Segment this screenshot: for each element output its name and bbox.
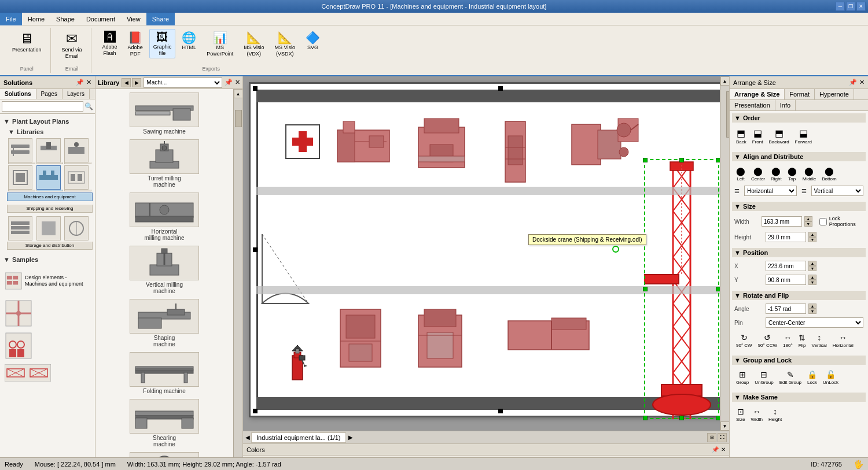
svg-button[interactable]: 🔷 SVG xyxy=(301,29,324,53)
minimize-button[interactable]: ─ xyxy=(836,2,845,11)
rotate-180-button[interactable]: ↔ 180° xyxy=(781,331,795,350)
flip-vertical-button[interactable]: ↕ Vertical xyxy=(810,331,829,350)
x-input[interactable] xyxy=(766,261,806,271)
sample-item-1[interactable]: Design elements - Machines and equipment xyxy=(5,267,90,295)
solutions-search-input[interactable] xyxy=(2,101,83,112)
send-email-button[interactable]: ✉ Send viaEmail xyxy=(58,29,86,61)
lib-nav-back[interactable]: ◀ xyxy=(122,78,131,87)
height-up[interactable]: ▲ xyxy=(808,232,816,237)
lib-folding-machine[interactable]: Folding machine xyxy=(99,352,230,394)
menu-share[interactable]: Share xyxy=(146,13,175,25)
menu-shape[interactable]: Shape xyxy=(50,13,80,25)
flip-button[interactable]: ⇅ Flip xyxy=(797,331,808,350)
front-button[interactable]: ⬓ Front xyxy=(751,126,765,146)
align-bottom-button[interactable]: ⬤ Bottom xyxy=(820,165,838,183)
ms-powerpoint-button[interactable]: 📊 MSPowerPoint xyxy=(203,29,237,59)
sample-item-3[interactable] xyxy=(5,332,90,360)
group-button[interactable]: ⊞ Group xyxy=(734,368,751,387)
menu-view[interactable]: View xyxy=(121,13,146,25)
first-aid-box[interactable] xyxy=(285,124,320,159)
lib-turret-milling[interactable]: Turret millingmachine xyxy=(99,139,230,188)
canvas-scroll-up[interactable]: ▲ xyxy=(720,76,730,86)
width-down[interactable]: ▼ xyxy=(804,221,812,227)
lib-nav-forward[interactable]: ▶ xyxy=(132,78,141,87)
arrange-tab-format[interactable]: Format xyxy=(785,89,815,99)
y-down[interactable]: ▼ xyxy=(808,280,816,285)
machine-top-1[interactable] xyxy=(334,119,392,168)
height-down[interactable]: ▼ xyxy=(808,237,816,242)
menu-home[interactable]: Home xyxy=(22,13,50,25)
machine-bot-1[interactable] xyxy=(334,304,387,373)
samples-section[interactable]: ▼ Samples xyxy=(2,254,93,265)
solutions-close-button[interactable]: ✕ xyxy=(86,79,91,86)
align-top-button[interactable]: ⬤ Top xyxy=(786,165,799,183)
make-same-size-button[interactable]: ⊡ Size xyxy=(734,405,747,424)
lib-item-4[interactable] xyxy=(8,165,32,190)
ms-visio-vdx-button[interactable]: 📐 MS Visio(VDX) xyxy=(240,29,268,59)
lib-scroll-up[interactable]: ▲ xyxy=(234,89,243,98)
search-icon[interactable]: 🔍 xyxy=(84,102,93,110)
restore-button[interactable]: ❐ xyxy=(846,2,855,11)
menu-document[interactable]: Document xyxy=(80,13,121,25)
edit-group-button[interactable]: ✎ Edit Group xyxy=(778,368,803,387)
width-input[interactable] xyxy=(762,216,802,227)
pin-select[interactable]: Center-Center xyxy=(766,317,863,328)
height-input[interactable] xyxy=(766,232,806,242)
close-button[interactable]: ✕ xyxy=(856,2,866,11)
ungroup-button[interactable]: ⊟ UnGroup xyxy=(753,368,775,387)
y-up[interactable]: ▲ xyxy=(808,275,816,280)
align-v-select[interactable]: Vertical xyxy=(811,186,864,196)
adobe-pdf-button[interactable]: 📕 AdobePDF xyxy=(124,29,147,59)
lib-item-9[interactable] xyxy=(64,216,89,240)
canvas-scroll-down[interactable]: ▼ xyxy=(720,421,730,431)
tab-solutions[interactable]: Solutions xyxy=(0,89,36,99)
lib-item-1[interactable] xyxy=(8,138,32,162)
lib-item-machines[interactable] xyxy=(36,165,61,190)
align-h-select[interactable]: Horizontal xyxy=(744,186,797,196)
arrange-tab-info[interactable]: Info xyxy=(775,100,796,110)
make-same-width-button[interactable]: ↔ Width xyxy=(749,405,764,424)
adobe-flash-button[interactable]: 🅰 AdobeFlash xyxy=(98,29,122,58)
colors-close[interactable]: ✕ xyxy=(721,446,726,453)
forward-button[interactable]: ⬓ Forward xyxy=(793,126,814,146)
machine-top-2[interactable] xyxy=(413,116,470,173)
lib-horizontal-milling[interactable]: Horizontalmilling machine xyxy=(99,193,230,241)
align-center-button[interactable]: ⬤ Center xyxy=(749,165,767,183)
page-tab-industrial[interactable]: Industrial equipment la... (1/1) xyxy=(251,432,346,443)
lib-item-6[interactable] xyxy=(64,165,89,190)
ms-visio-vsdx-button[interactable]: 📐 MS Visio(VSDX) xyxy=(271,29,299,59)
arrange-tab-arrange[interactable]: Arrange & Size xyxy=(730,89,785,99)
library-dropdown[interactable]: Machi... xyxy=(144,77,222,88)
html-button[interactable]: 🌐 HTML xyxy=(178,29,200,53)
lib-sawing-machine[interactable]: Sawing machine xyxy=(99,92,230,135)
lib-vertical-milling[interactable]: Vertical millingmachine xyxy=(99,246,230,294)
canvas-scroll-thumb[interactable] xyxy=(726,91,730,138)
lock-button[interactable]: 🔒 Lock xyxy=(806,368,819,387)
back-button[interactable]: ⬒ Back xyxy=(734,126,748,146)
library-pin-button[interactable]: 📌 xyxy=(225,79,233,86)
lib-item-2[interactable] xyxy=(36,138,61,162)
lib-shaping-machine[interactable]: Shapingmachine xyxy=(99,299,230,347)
x-up[interactable]: ▲ xyxy=(808,261,816,266)
machine-bot-2[interactable] xyxy=(413,304,468,373)
door-arc[interactable] xyxy=(256,228,314,309)
width-up[interactable]: ▲ xyxy=(804,216,812,221)
x-down[interactable]: ▼ xyxy=(808,266,816,271)
menu-file[interactable]: File xyxy=(0,13,22,25)
libraries-section[interactable]: ▼ Libraries xyxy=(7,127,93,137)
rotation-handle[interactable] xyxy=(612,246,619,253)
align-right-button[interactable]: ⬤ Right xyxy=(769,165,784,183)
library-close-button[interactable]: ✕ xyxy=(235,79,240,86)
machine-bot-3[interactable] xyxy=(505,315,592,356)
arrange-tab-presentation[interactable]: Presentation xyxy=(730,100,775,110)
tab-add-button[interactable]: ▶ xyxy=(348,434,353,441)
machine-top-3[interactable] xyxy=(499,119,531,185)
angle-input[interactable] xyxy=(766,304,806,314)
fire-extinguisher[interactable] xyxy=(286,344,308,384)
plant-layout-section[interactable]: ▼ Plant Layout Plans xyxy=(2,116,93,127)
arrange-tab-hypernote[interactable]: Hypernote xyxy=(815,89,854,99)
arrange-close[interactable]: ✕ xyxy=(859,79,865,86)
canvas-scroll[interactable]: Dockside crane (Shipping & Receiving.odl… xyxy=(243,76,720,431)
angle-down[interactable]: ▼ xyxy=(808,309,816,314)
solutions-pin-button[interactable]: 📌 xyxy=(76,79,84,86)
